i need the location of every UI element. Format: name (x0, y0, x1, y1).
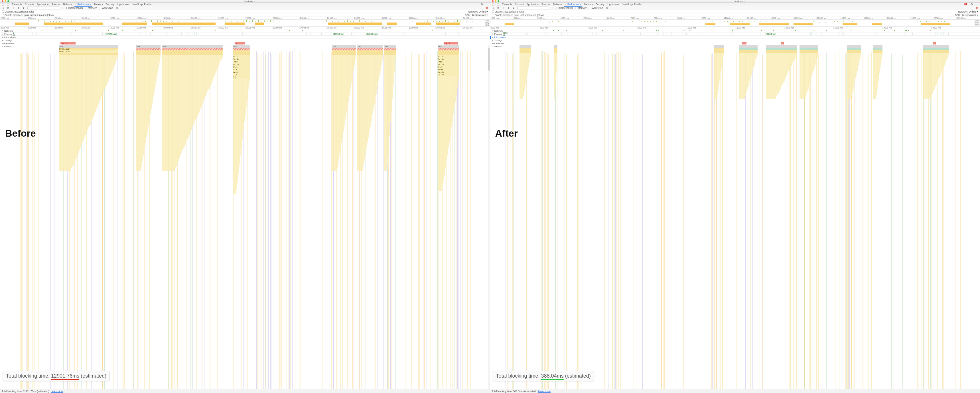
memory-checkbox[interactable]: Memory (575, 6, 587, 10)
zoom-window-icon[interactable] (498, 0, 499, 2)
device-toggle-icon[interactable] (7, 3, 9, 5)
webvitals-checkbox[interactable]: Web Vitals (99, 6, 113, 10)
frame-chip[interactable]: 986.7 ms (766, 33, 776, 35)
flame-cluster[interactable] (766, 45, 797, 389)
tab-console[interactable]: Console (25, 3, 33, 6)
load-profile-icon[interactable]: ↥ (507, 6, 510, 10)
profile-select[interactable] (27, 6, 59, 10)
tab-jsprofiler[interactable]: JavaScript Profiler (622, 3, 642, 6)
minimize-window-icon[interactable] (495, 0, 496, 2)
tab-console[interactable]: Console (515, 3, 524, 6)
tab-lighthouse[interactable]: Lighthouse (118, 3, 129, 6)
flame-cluster[interactable] (739, 45, 758, 389)
tab-jsprofiler[interactable]: JavaScript Profiler (132, 3, 152, 6)
track-network[interactable]: Network (0, 29, 490, 32)
track-frames[interactable]: Frames.0 ms 1757.8 ms2119.9 ms2266.8 ms (0, 32, 490, 36)
flame-cluster[interactable] (873, 45, 883, 389)
reload-record-button[interactable]: ⟳ (497, 6, 500, 10)
disable-js-checkbox[interactable]: Disable JavaScript samples (492, 10, 524, 13)
tab-memory[interactable]: Memory (94, 3, 103, 6)
track-experience[interactable]: Experience (490, 42, 980, 45)
learn-more-link[interactable]: Learn more (51, 390, 63, 393)
capture-settings-gear-icon[interactable]: ⚙ (976, 6, 978, 10)
more-menu-icon[interactable]: ⋮ (486, 3, 488, 6)
flame-chart[interactable]: Main — After Total blocking time: 388.04… (490, 45, 980, 389)
zoom-window-icon[interactable] (7, 0, 9, 2)
more-menu-icon[interactable]: ⋮ (976, 3, 978, 6)
tab-lighthouse[interactable]: Lighthouse (607, 3, 619, 6)
tab-network[interactable]: Network (553, 3, 562, 6)
track-main-label[interactable]: Main — (2, 45, 12, 48)
flame-cluster[interactable]: TaskEv…tRu…ks_nextas…eppr…>in…etry…h_…$(… (233, 45, 250, 389)
settings-gear-icon[interactable]: ⚙ (481, 3, 483, 6)
minimize-window-icon[interactable] (5, 0, 6, 2)
flame-cluster[interactable] (923, 45, 949, 389)
capture-settings-gear-icon[interactable]: ⚙ (486, 6, 488, 10)
tab-network[interactable]: Network (63, 3, 72, 6)
screenshots-checkbox[interactable]: Screenshots (557, 6, 573, 10)
network-throttle-select[interactable]: Online (479, 10, 488, 13)
webvitals-checkbox[interactable]: Web Vitals (589, 6, 603, 10)
adv-paint-checkbox[interactable]: Enable advanced paint instrumentation (s… (2, 14, 54, 16)
overview-ruler[interactable]: 2000 ms4000 ms6000 ms8000 ms10000 ms1200… (0, 17, 490, 20)
network-throttle-select[interactable]: Online (969, 10, 978, 13)
device-toggle-icon[interactable] (497, 3, 499, 5)
tab-sources[interactable]: Sources (51, 3, 60, 6)
flame-cluster[interactable]: Task (136, 45, 161, 389)
frame-chip[interactable]: 2119.9 ms (333, 33, 344, 35)
inspect-icon[interactable] (2, 3, 4, 5)
clear-icon[interactable]: 🗑 (606, 6, 608, 10)
settings-gear-icon[interactable]: ⚙ (970, 3, 973, 6)
layout-shift-block[interactable] (933, 42, 936, 45)
flame-cluster[interactable] (714, 45, 723, 389)
frame-chip[interactable]: 1757.8 ms (105, 33, 117, 35)
flame-cluster[interactable]: Task (162, 45, 223, 389)
tab-security[interactable]: Security (596, 3, 605, 6)
tab-application[interactable]: Application (37, 3, 49, 6)
disable-js-checkbox[interactable]: Disable JavaScript samples (2, 10, 34, 13)
track-frames[interactable]: Frames206.5 ms 986.7 ms (490, 32, 980, 36)
tab-elements[interactable]: Elements (502, 3, 512, 6)
tab-memory[interactable]: Memory (584, 3, 593, 6)
layout-shift-block[interactable]: Lay…ft (60, 42, 76, 45)
overview-strip[interactable]: FPS CPU NET 22 (490, 20, 980, 27)
tab-application[interactable]: Application (527, 3, 539, 6)
track-interactions[interactable]: Interactions (490, 36, 980, 39)
error-count-badge[interactable]: 1 (964, 3, 967, 5)
flame-cluster[interactable]: Task (384, 45, 396, 389)
track-network[interactable]: Network (490, 29, 980, 32)
save-profile-icon[interactable]: ↧ (22, 6, 25, 10)
flame-cluster[interactable] (847, 45, 861, 389)
overview-ruler[interactable]: 1000 ms2000 ms3000 ms4000 ms5000 ms6000 … (490, 17, 980, 20)
tab-performance[interactable]: Performance (565, 3, 581, 6)
timeline-ruler[interactable]: 2000 ms4000 ms6000 ms8000 ms10000 ms1200… (0, 27, 490, 29)
scrollbar-vertical[interactable] (488, 45, 490, 389)
track-main-label[interactable]: Main — (492, 45, 502, 48)
load-profile-icon[interactable]: ↥ (17, 6, 20, 10)
record-button[interactable]: ● (492, 6, 495, 10)
tab-elements[interactable]: Elements (12, 3, 22, 6)
flame-cluster[interactable]: Task (357, 45, 383, 389)
tab-security[interactable]: Security (106, 3, 115, 6)
memory-checkbox[interactable]: Memory (85, 6, 97, 10)
profile-select[interactable] (517, 6, 549, 10)
reload-record-button[interactable]: ⟳ (7, 6, 10, 10)
layout-shift-block[interactable]: Lay…ft (444, 42, 458, 45)
tab-sources[interactable]: Sources (541, 3, 550, 6)
learn-more-link[interactable]: Learn more (538, 390, 550, 393)
flame-cluster[interactable] (520, 45, 531, 389)
track-experience[interactable]: Experience Lay…ftLa…tLay…ft (0, 42, 490, 45)
layout-shift-block[interactable] (781, 42, 784, 45)
tab-performance[interactable]: Performance (75, 3, 92, 6)
clear-icon[interactable]: 🗑 (116, 6, 118, 10)
flame-cluster[interactable] (554, 45, 557, 389)
overview-strip[interactable]: FPS CPU NET (0, 20, 490, 27)
cpu-throttle-select[interactable]: 4× slowdown (472, 14, 488, 16)
flame-cluster[interactable]: TaskEv…ptRu…ks_nextas…eppr…>invoketry…ch… (438, 45, 460, 389)
flame-cluster[interactable]: Task (332, 45, 356, 389)
close-window-icon[interactable] (492, 0, 493, 2)
track-interactions[interactable]: Interactions (0, 36, 490, 39)
inspect-icon[interactable] (492, 3, 494, 5)
layout-shift-block[interactable]: La…t (235, 42, 245, 45)
flame-cluster[interactable]: TaskEvent…overFunct… Call (59, 45, 118, 389)
